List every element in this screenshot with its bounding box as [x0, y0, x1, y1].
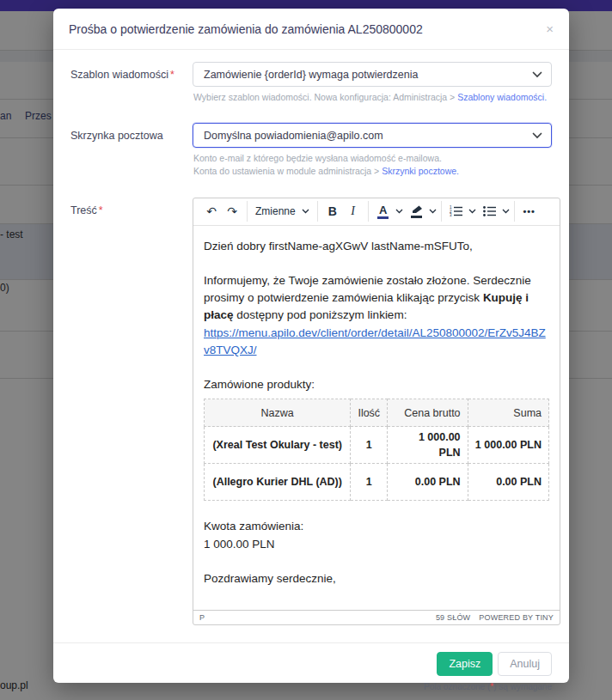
products-label: Zamówione produkty:	[204, 376, 549, 393]
text-color-button[interactable]: A	[373, 201, 394, 222]
order-link[interactable]: https://menu.apilo.dev/client/order/deta…	[204, 326, 546, 356]
modal-body: Szablon wiadomości* Zamówienie {orderId}…	[53, 50, 569, 632]
footer-buttons: Zapisz Anuluj	[437, 652, 552, 676]
variables-dropdown-button[interactable]: Zmienne	[252, 201, 313, 222]
col-header-sum: Suma	[468, 399, 548, 427]
mailbox-helper-line1: Konto e-mail z którego będzie wysłana wi…	[193, 153, 442, 163]
editor-statusbar: P 59 SŁÓW POWERED BY TINY	[193, 610, 560, 624]
templates-link[interactable]: Szablony wiadomości.	[457, 92, 547, 102]
col-header-gross-price: Cena brutto	[388, 399, 468, 427]
mailboxes-link[interactable]: Skrzynki pocztowe.	[382, 166, 459, 176]
table-row: (Allegro Kurier DHL (AD)) 1 0.00 PLN 0.0…	[205, 464, 549, 501]
content-field: ↶ ↷ Zmienne B I	[193, 198, 560, 625]
signoff-paragraph: Pozdrawiamy serdecznie,	[204, 570, 549, 587]
toolbar-list-group: 123	[441, 201, 514, 222]
mailbox-field: Domyślna powiadomienia@apilo.com Konto e…	[193, 123, 552, 190]
toolbar-more-group: •••	[514, 201, 544, 222]
cell-sum: 0.00 PLN	[468, 464, 548, 501]
table-row: (Xreal Test Okulary - test) 1 1 000.00 P…	[205, 427, 549, 464]
template-label: Szablon wiadomości*	[70, 62, 193, 116]
redo-icon[interactable]: ↷	[222, 201, 242, 222]
variables-label: Zmienne	[255, 205, 296, 217]
template-select[interactable]: Zamówienie {orderId} wymaga potwierdzeni…	[193, 62, 552, 87]
template-select-value: Zamówienie {orderId} wymaga potwierdzeni…	[204, 69, 418, 81]
highlight-color-button[interactable]	[407, 201, 427, 222]
element-path[interactable]: P	[199, 613, 205, 622]
cell-product-name: (Allegro Kurier DHL (AD))	[205, 464, 351, 501]
text-color-icon: A	[377, 204, 389, 219]
bold-button[interactable]: B	[322, 201, 343, 222]
table-header-row: Nazwa Ilość Cena brutto Suma	[205, 399, 549, 427]
svg-text:3: 3	[450, 213, 452, 217]
confirm-order-modal: Prośba o potwierdzenie zamówienia do zam…	[53, 9, 569, 683]
undo-icon[interactable]: ↶	[201, 201, 222, 222]
mailbox-helper: Konto e-mail z którego będzie wysłana wi…	[193, 152, 552, 178]
cell-qty: 1	[351, 464, 388, 501]
modal-footer: Zapisz Anuluj Pola oznaczone (*) są wyma…	[53, 642, 569, 699]
template-field: Zamówienie {orderId} wymaga potwierdzeni…	[193, 62, 552, 116]
cell-product-name: (Xreal Test Okulary - test)	[205, 427, 351, 464]
chevron-down-icon[interactable]	[429, 209, 437, 214]
mailbox-label-text: Skrzynka pocztowa	[70, 130, 163, 142]
toolbar-color-group: A	[368, 201, 441, 222]
order-link-paragraph: https://menu.apilo.dev/client/order/deta…	[204, 325, 549, 360]
screen: an Przes - test 0) oup.pl Prośba o potwi…	[0, 0, 612, 700]
mailbox-label: Skrzynka pocztowa	[70, 123, 193, 190]
chevron-down-icon	[532, 71, 542, 78]
cancel-button[interactable]: Anuluj	[498, 652, 552, 676]
numbered-list-button[interactable]: 123	[446, 201, 467, 222]
intro-text-post: dostępny pod poniższym linkiem:	[234, 308, 407, 321]
cell-qty: 1	[351, 427, 388, 464]
mailbox-select[interactable]: Domyślna powiadomienia@apilo.com	[193, 123, 552, 148]
more-options-button[interactable]: •••	[519, 201, 540, 222]
template-helper: Wybierz szablon wiadomości. Nowa konfigu…	[193, 91, 552, 104]
cell-gross-price: 1 000.00 PLN	[388, 427, 468, 464]
content-label: Treść*	[70, 198, 193, 625]
content-field-row: Treść* ↶ ↷ Zmienne	[70, 198, 552, 625]
required-asterisk: *	[170, 69, 174, 81]
modal-title: Prośba o potwierdzenie zamówienia do zam…	[69, 22, 423, 36]
cell-gross-price: 0.00 PLN	[388, 464, 468, 501]
rich-text-editor: ↶ ↷ Zmienne B I	[193, 198, 560, 625]
editor-content[interactable]: Dzień dobry firstName-agXGwV lastName-mS…	[193, 226, 560, 610]
template-field-row: Szablon wiadomości* Zamówienie {orderId}…	[70, 62, 552, 116]
editor-toolbar: ↶ ↷ Zmienne B I	[193, 198, 560, 226]
intro-text: Informujemy, że Twoje zamówienie zostało…	[204, 274, 531, 304]
tiny-branding[interactable]: POWERED BY TINY	[479, 613, 554, 622]
highlight-color-bar	[411, 216, 422, 218]
close-icon[interactable]: ×	[546, 22, 554, 35]
total-label: Kwota zamówienia:	[204, 518, 549, 535]
intro-paragraph: Informujemy, że Twoje zamówienie zostało…	[204, 272, 549, 325]
col-header-qty: Ilość	[351, 399, 388, 427]
required-asterisk: *	[99, 204, 103, 216]
toolbar-history-group: ↶ ↷	[197, 201, 247, 222]
save-button[interactable]: Zapisz	[437, 652, 493, 676]
bullet-list-button[interactable]	[480, 201, 500, 222]
toolbar-variables-group: Zmienne	[247, 201, 317, 222]
required-fields-note: Pola oznaczone (*) są wymagane	[424, 682, 552, 691]
mailbox-helper-line2: Konta do ustawienia w module administrac…	[193, 166, 382, 176]
text-color-letter: A	[379, 204, 387, 216]
word-count[interactable]: 59 SŁÓW	[436, 613, 470, 622]
highlight-icon	[411, 205, 423, 218]
content-label-text: Treść	[70, 204, 97, 216]
text-color-bar	[377, 216, 389, 219]
modal-header: Prośba o potwierdzenie zamówienia do zam…	[53, 9, 569, 50]
chevron-down-icon[interactable]	[395, 209, 403, 214]
chevron-down-icon	[302, 209, 309, 214]
products-table: Nazwa Ilość Cena brutto Suma (Xreal Test…	[204, 399, 549, 501]
chevron-down-icon[interactable]	[502, 209, 510, 214]
note-text-post: ) są wymagane	[493, 682, 552, 691]
total-value: 1 000.00 PLN	[204, 536, 549, 553]
note-text: Pola oznaczone (	[424, 682, 490, 691]
col-header-name: Nazwa	[205, 399, 351, 427]
template-helper-text: Wybierz szablon wiadomości. Nowa konfigu…	[193, 92, 457, 102]
toolbar-format-group: B I	[317, 201, 368, 222]
greeting-paragraph: Dzień dobry firstName-agXGwV lastName-mS…	[204, 238, 549, 255]
cell-sum: 1 000.00 PLN	[468, 427, 548, 464]
template-label-text: Szablon wiadomości	[70, 69, 168, 81]
chevron-down-icon[interactable]	[468, 209, 476, 214]
italic-button[interactable]: I	[343, 201, 364, 222]
mailbox-select-value: Domyślna powiadomienia@apilo.com	[204, 130, 383, 142]
chevron-down-icon	[532, 132, 542, 139]
